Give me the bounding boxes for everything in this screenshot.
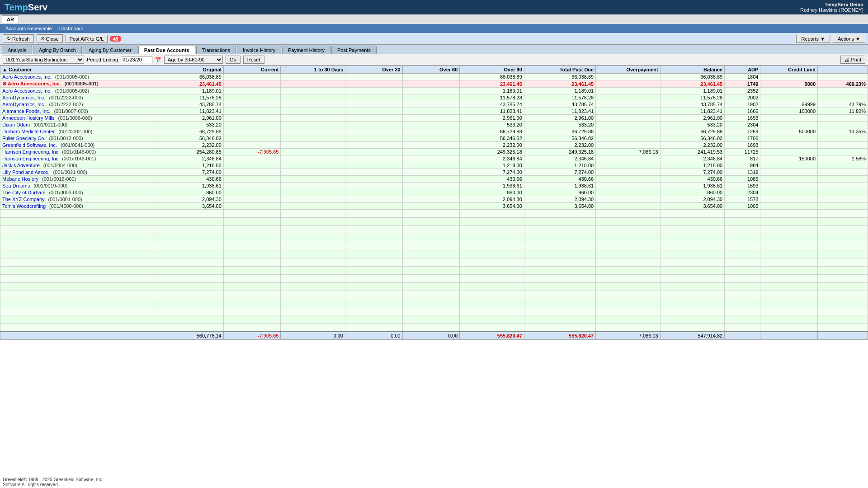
branch-select[interactable]: 001 YourStaffing Burlington	[3, 56, 84, 64]
cell-balance: 2,346.84	[660, 155, 725, 162]
customer-id: (001/0005-001)	[65, 81, 99, 86]
tab-transactions[interactable]: Transactions	[196, 46, 236, 54]
user-info: TempServ Demo Rodney Hawkins (RODNEY)	[800, 2, 863, 13]
customer-link[interactable]: Lilly Pond and Assoc.	[2, 169, 50, 175]
empty-cell	[524, 210, 595, 218]
empty-cell	[524, 291, 595, 299]
empty-row	[0, 275, 868, 283]
customer-link[interactable]: Dixon Odom	[2, 122, 30, 127]
customer-link[interactable]: Sea Dreams	[2, 183, 30, 188]
empty-cell	[660, 210, 725, 218]
post-ar-button[interactable]: Post A/R to G/L	[66, 35, 108, 43]
empty-cell	[345, 315, 403, 324]
cell-pct	[818, 183, 868, 189]
customer-link[interactable]: The City of Durham	[2, 190, 45, 195]
cell-days_1_30	[281, 74, 345, 80]
empty-cell	[818, 307, 868, 315]
period-input[interactable]	[121, 56, 152, 63]
empty-cell	[402, 275, 460, 283]
total-row: 560,776.14 -7,905.65 0.00 0.00 0.00 555,…	[0, 332, 868, 340]
cell-over_90: 11,823.41	[460, 108, 524, 115]
age-by-select[interactable]: Age by 30-60-90	[164, 56, 223, 64]
tab-aging-by-customer[interactable]: Aging By Customer	[83, 46, 137, 54]
empty-cell	[159, 283, 224, 291]
col-credit-limit: Credit Limit	[760, 66, 818, 74]
customer-link[interactable]: Annedeen Hosiery Mills	[2, 115, 55, 121]
customer-link[interactable]: The XYZ Company	[2, 197, 45, 202]
empty-cell	[281, 258, 345, 267]
empty-cell	[596, 234, 660, 242]
customer-link[interactable]: Aero Accessories, Inc.	[2, 88, 52, 94]
cell-over_30	[345, 155, 403, 162]
cell-balance: 43,785.74	[660, 101, 725, 108]
tab-payment-history[interactable]: Payment History	[282, 46, 330, 54]
col-customer[interactable]: ▲ Customer	[0, 66, 159, 74]
customer-link[interactable]: Greenfield Software, Inc.	[2, 142, 57, 148]
empty-cell	[725, 324, 760, 332]
cell-adp: 1269	[725, 128, 760, 135]
tab-past-due-accounts[interactable]: Past Due Accounts	[138, 46, 195, 54]
empty-cell	[818, 291, 868, 299]
tab-invoice-history[interactable]: Invoice History	[237, 46, 281, 54]
calendar-icon[interactable]: 📅	[155, 57, 161, 63]
customer-link[interactable]: Jack's Adventure	[2, 163, 40, 168]
cell-overpayment	[596, 135, 660, 142]
empty-row	[0, 218, 868, 226]
empty-cell	[223, 210, 281, 218]
cell-pct: 469.23%	[818, 80, 868, 88]
menu-dashboard[interactable]: Dashboard	[57, 25, 86, 32]
reset-button[interactable]: Reset	[243, 56, 264, 64]
empty-cell	[402, 283, 460, 291]
customer-link[interactable]: Alamance Foods, Inc.	[2, 108, 50, 114]
empty-cell	[596, 299, 660, 307]
logo-temp: Temp	[5, 2, 28, 12]
reports-button[interactable]: Reports ▼	[796, 35, 830, 43]
customer-link[interactable]: Mebane Hosiery	[2, 176, 38, 182]
cell-credit_limit	[760, 122, 818, 128]
empty-row	[0, 283, 868, 291]
customer-link[interactable]: Tom's Woodcrafting	[2, 203, 46, 209]
table-row: Sea Dreams(001/0019-000)1,938.611,938.61…	[0, 183, 868, 189]
cell-adp: 817	[725, 155, 760, 162]
customer-link[interactable]: Harrison Engineering, Inc	[2, 156, 58, 161]
customer-link[interactable]: Aero Accessories, Inc.	[2, 74, 52, 80]
customer-link[interactable]: AeroDynamics, Inc.	[2, 102, 45, 107]
tabs-row: Analysis Aging By Branch Aging By Custom…	[0, 45, 868, 54]
col-original: Original	[159, 66, 224, 74]
customer-link[interactable]: Aero Accessories, Inc.	[8, 81, 61, 86]
menu-accounts-receivable[interactable]: Accounts Receivable	[3, 25, 55, 32]
print-button[interactable]: 🖨 Print	[840, 56, 865, 64]
cell-over_60	[402, 155, 460, 162]
tab-post-payments[interactable]: Post Payments	[331, 46, 377, 54]
cell-current	[223, 128, 281, 135]
go-button[interactable]: Go	[226, 56, 241, 64]
cell-over_60	[402, 101, 460, 108]
empty-cell	[760, 218, 818, 226]
tab-analysis[interactable]: Analysis	[2, 46, 32, 54]
main-table-container: ▲ Customer Original Current 1 to 30 Days…	[0, 66, 868, 467]
cell-over_30	[345, 128, 403, 135]
filter-row: 001 YourStaffing Burlington Period Endin…	[0, 54, 868, 66]
actions-button[interactable]: Actions ▼	[833, 35, 865, 43]
cell-over_90: 7,274.00	[460, 169, 524, 176]
empty-cell	[281, 218, 345, 226]
col-1-30-days: 1 to 30 Days	[281, 66, 345, 74]
cell-pct	[818, 88, 868, 94]
empty-cell	[760, 315, 818, 324]
cell-original: 2,094.30	[159, 196, 224, 203]
cell-credit_limit: 99999	[760, 101, 818, 108]
customer-link[interactable]: Harrison Engineering, Inc	[2, 149, 58, 155]
logo: TempServ	[5, 2, 47, 13]
ar-tab[interactable]: AR	[2, 15, 19, 23]
customer-link[interactable]: AeroDynamics, Inc.	[2, 95, 45, 100]
empty-cell	[159, 315, 224, 324]
total-label	[0, 332, 159, 340]
refresh-button[interactable]: ↻ Refresh	[3, 34, 34, 43]
customer-link[interactable]: Durham Medical Center	[2, 129, 55, 134]
empty-cell	[818, 218, 868, 226]
post-ar-label: Post A/R to G/L	[70, 36, 104, 42]
close-button[interactable]: ✕ Close	[37, 34, 63, 43]
customer-link[interactable]: Fuller Specialty Co.	[2, 136, 45, 141]
cell-credit_limit	[760, 135, 818, 142]
tab-aging-by-branch[interactable]: Aging By Branch	[33, 46, 82, 54]
